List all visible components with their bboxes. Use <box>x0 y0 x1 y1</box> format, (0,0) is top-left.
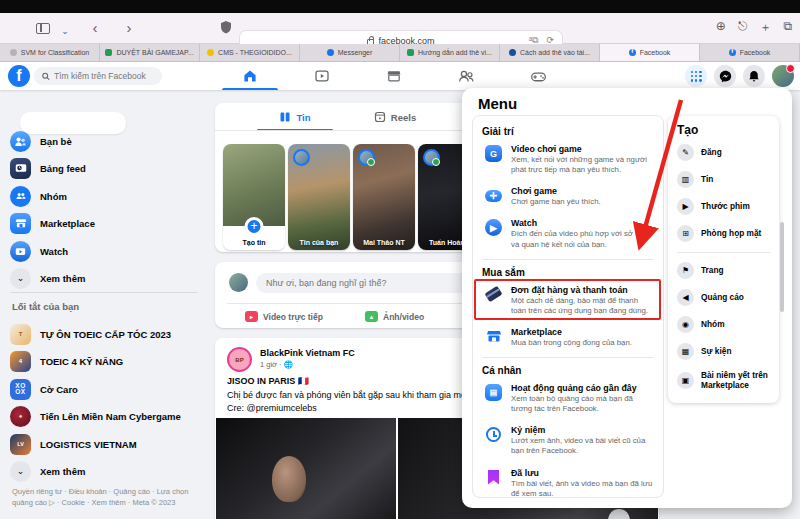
chevron-down-icon: ⌄ <box>10 461 31 482</box>
shortcut-item[interactable]: T TỰ ÔN TOEIC CẤP TÓC 2023 <box>10 321 205 347</box>
shortcut-item[interactable]: 4 TOEIC 4 KỸ NĂNG <box>10 348 205 374</box>
live-video-icon: ▸ <box>245 311 258 322</box>
sidebar-toggle-icon[interactable] <box>36 23 50 34</box>
megaphone-icon: ◀ <box>677 289 694 306</box>
menu-divider <box>482 357 654 358</box>
menu-scrollbar[interactable] <box>780 222 784 312</box>
composer-avatar[interactable] <box>229 273 248 292</box>
menu-bar-strip <box>0 0 800 13</box>
watch-menu-icon: ▶ <box>484 218 503 237</box>
nav-home-tab[interactable] <box>218 62 282 90</box>
nav-watch-tab[interactable] <box>290 62 354 90</box>
browser-tab[interactable]: Messenger <box>300 44 400 61</box>
browser-tab-active[interactable]: Facebook <box>600 44 700 61</box>
sidebar-item-see-more[interactable]: ⌄ Xem thêm <box>10 265 205 291</box>
sidebar-item-marketplace[interactable]: Marketplace <box>10 210 205 236</box>
sidebar-item-feeds[interactable]: Bảng feed <box>10 155 205 181</box>
nav-marketplace-tab[interactable] <box>362 62 426 90</box>
facebook-logo[interactable]: f <box>8 65 30 87</box>
create-item-group[interactable]: ◉Nhóm <box>677 316 770 333</box>
menu-item-saved[interactable]: Đã lưu Tìm bài viết, ảnh và video mà bạn… <box>482 466 654 499</box>
create-item-event[interactable]: ▦Sự kiện <box>677 343 770 360</box>
menu-item-marketplace[interactable]: Marketplace Mua bán trong cộng đồng của … <box>482 325 654 350</box>
sidebar-footer-links[interactable]: Quyền riêng tư · Điều khoản · Quảng cáo … <box>12 487 204 509</box>
credit-card-icon <box>484 285 503 304</box>
browser-tab[interactable]: SVM for Classification <box>0 44 100 61</box>
tab-overview-icon[interactable]: ⧉ <box>783 19 792 36</box>
sidebar-item-watch[interactable]: Watch <box>10 238 205 264</box>
create-divider <box>677 252 770 253</box>
create-item-reel[interactable]: ▶Thước phim <box>677 198 770 215</box>
gaming-tab-icon <box>530 68 547 85</box>
shortcuts-heading: Lối tắt của bạn <box>12 301 79 312</box>
apps-menu-button[interactable] <box>685 65 707 87</box>
cms-favicon <box>207 49 214 56</box>
create-item-story[interactable]: ▥Tin <box>677 171 770 188</box>
browser-tab[interactable]: CMS - THEGIOIDIDO... <box>200 44 300 61</box>
create-panel: Tạo ✎Đăng ▥Tin ▶Thước phim ⊞Phòng họp mặ… <box>668 116 779 403</box>
shortcut-item[interactable]: XOOX Cờ Caro <box>10 376 205 402</box>
menu-item-orders-payments[interactable]: Đơn đặt hàng và thanh toán Một cách dễ d… <box>482 283 654 318</box>
bell-icon <box>748 70 760 83</box>
sheets-favicon <box>407 49 414 56</box>
sidebar-chevron-icon[interactable]: ⌄ <box>56 22 74 40</box>
watch-icon <box>10 241 31 262</box>
create-item-ad[interactable]: ◀Quảng cáo <box>677 289 770 306</box>
new-tab-icon[interactable]: ＋ <box>759 19 771 36</box>
nav-gaming-tab[interactable] <box>506 62 570 90</box>
sidebar-item-friends[interactable]: Bạn bè <box>10 128 205 154</box>
menu-item-video-gaming[interactable]: G Video chơi game Xem, kết nối với những… <box>482 142 654 177</box>
shortcut-item[interactable]: LV LOGISTICS VIETNAM <box>10 431 205 457</box>
forward-button[interactable]: › <box>120 19 138 37</box>
listing-icon: ▣ <box>677 372 694 389</box>
nav-groups-tab[interactable] <box>434 62 498 90</box>
live-video-button[interactable]: ▸ Video trực tiếp <box>245 309 323 324</box>
tab-reels[interactable]: Reels <box>355 103 435 131</box>
create-item-post[interactable]: ✎Đăng <box>677 144 770 161</box>
stories-tab-icon <box>279 111 291 123</box>
video-tab-icon <box>314 68 330 84</box>
menu-list: Giải trí G Video chơi game Xem, kết nối … <box>472 115 664 498</box>
create-item-page[interactable]: ⚑Trang <box>677 262 770 279</box>
profile-avatar[interactable] <box>772 65 794 87</box>
browser-tab[interactable]: DUYỆT BÀI GAMEJAP... <box>100 44 200 61</box>
story-card[interactable]: Tin của bạn <box>288 144 350 250</box>
reel-icon: ▶ <box>677 198 694 215</box>
browser-tab[interactable]: Cách add thẻ vào tài... <box>500 44 600 61</box>
shortcut-icon: 4 <box>10 351 31 372</box>
home-icon <box>242 68 258 84</box>
browser-tab-bar: SVM for Classification DUYỆT BÀI GAMEJAP… <box>0 44 800 62</box>
menu-title: Menu <box>478 95 517 112</box>
shortcut-icon: T <box>10 324 31 345</box>
back-button[interactable]: ‹ <box>86 19 104 37</box>
search-input[interactable] <box>54 71 154 81</box>
messenger-button[interactable] <box>714 65 736 87</box>
sidebar-item-groups[interactable]: Nhóm <box>10 183 205 209</box>
create-story-card[interactable]: + Tạo tin <box>223 144 285 250</box>
post-author-avatar[interactable]: BP <box>227 347 252 372</box>
share-icon[interactable]: ⎋ <box>738 19 748 36</box>
menu-item-play-games[interactable]: ✛ Chơi game Chơi game bạn yêu thích. <box>482 184 654 209</box>
browser-tab[interactable]: Hướng dẫn add thẻ vi... <box>400 44 500 61</box>
create-item-room[interactable]: ⊞Phòng họp mặt <box>677 225 770 242</box>
downloads-icon[interactable]: ⊕ <box>716 19 726 36</box>
menu-item-memories[interactable]: Kỷ niệm Lướt xem ảnh, video và bài viết … <box>482 423 654 458</box>
photo-icon: ▲ <box>365 311 378 322</box>
browser-tab[interactable]: Facebook <box>700 44 800 61</box>
menu-item-recent-ad-activity[interactable]: ▤ Hoạt động quảng cáo gần đây Xem toàn b… <box>482 381 654 416</box>
post-photo-left[interactable] <box>216 418 396 519</box>
shortcut-see-more[interactable]: ⌄ Xem thêm <box>10 458 205 484</box>
post-author-name[interactable]: BlackPink Vietnam FC <box>260 348 355 358</box>
tab-stories[interactable]: Tin <box>257 103 333 131</box>
create-item-marketplace-listing[interactable]: ▣Bài niêm yết trên Marketplace <box>677 370 770 391</box>
story-card[interactable]: Mai Thảo NT <box>353 144 415 250</box>
groups-tab-icon <box>458 68 475 85</box>
post-meta[interactable]: 1 giờ · 🌐 <box>260 360 293 369</box>
privacy-shield-icon[interactable] <box>220 20 238 38</box>
notifications-button[interactable] <box>743 65 765 87</box>
shield-favicon <box>509 49 516 56</box>
search-bar[interactable] <box>34 67 162 85</box>
photo-video-button[interactable]: ▲ Ảnh/video <box>365 309 424 324</box>
shortcut-item[interactable]: ♠ Tiến Lên Miền Nam Cybergame <box>10 403 205 429</box>
menu-item-watch[interactable]: ▶ Watch Đích đến của video phù hợp với s… <box>482 216 654 251</box>
